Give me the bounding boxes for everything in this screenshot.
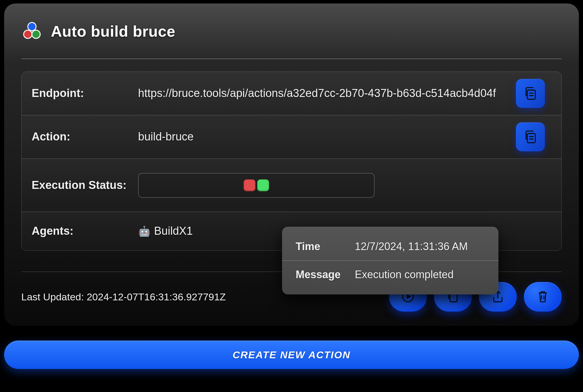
svg-rect-11 (450, 294, 457, 302)
robot-icon: 🤖 (138, 225, 150, 238)
popover-message-row: Message Execution completed (282, 261, 498, 289)
app-logo-icon (21, 21, 43, 42)
svg-marker-10 (407, 294, 411, 299)
row-execution-status: Execution Status: (22, 159, 561, 212)
last-updated-value: 2024-12-07T16:31:36.927791Z (87, 291, 226, 302)
endpoint-label: Endpoint: (32, 87, 138, 100)
action-card: Auto build bruce Endpoint: https://bruce… (4, 4, 579, 326)
create-new-action-button[interactable]: CREATE NEW ACTION (4, 341, 579, 369)
execution-status-label: Execution Status: (32, 179, 138, 192)
copy-icon (523, 86, 538, 101)
svg-point-1 (24, 30, 32, 38)
copy-action-button[interactable] (516, 122, 545, 151)
svg-rect-3 (527, 90, 535, 99)
trash-icon (536, 289, 550, 304)
status-pill-green[interactable] (257, 179, 269, 191)
agent-name: BuildX1 (154, 224, 193, 238)
action-label: Action: (32, 130, 138, 143)
popover-time-value: 12/7/2024, 11:31:36 AM (355, 240, 485, 253)
status-pill-red[interactable] (244, 179, 255, 191)
popover-message-label: Message (296, 268, 355, 281)
status-popover: Time 12/7/2024, 11:31:36 AM Message Exec… (282, 227, 498, 294)
page-title: Auto build bruce (51, 22, 175, 40)
copy-endpoint-button[interactable] (516, 79, 545, 108)
row-endpoint: Endpoint: https://bruce.tools/api/action… (22, 72, 561, 115)
last-updated-prefix: Last Updated: (21, 291, 87, 302)
svg-point-0 (28, 22, 36, 31)
svg-rect-6 (527, 133, 535, 142)
popover-message-value: Execution completed (355, 268, 485, 281)
card-header: Auto build bruce (21, 21, 562, 59)
delete-button[interactable] (524, 282, 562, 312)
action-info-table: Endpoint: https://bruce.tools/api/action… (21, 72, 562, 251)
popover-time-label: Time (296, 240, 355, 253)
last-updated-text: Last Updated: 2024-12-07T16:31:36.927791… (21, 291, 226, 303)
agents-label: Agents: (32, 225, 138, 238)
popover-time-row: Time 12/7/2024, 11:31:36 AM (282, 233, 498, 261)
execution-status-box (138, 173, 375, 198)
endpoint-value: https://bruce.tools/api/actions/a32ed7cc… (138, 86, 516, 101)
action-value: build-bruce (138, 130, 516, 144)
row-action: Action: build-bruce (22, 115, 561, 159)
svg-point-2 (32, 30, 40, 38)
copy-icon (523, 129, 538, 145)
